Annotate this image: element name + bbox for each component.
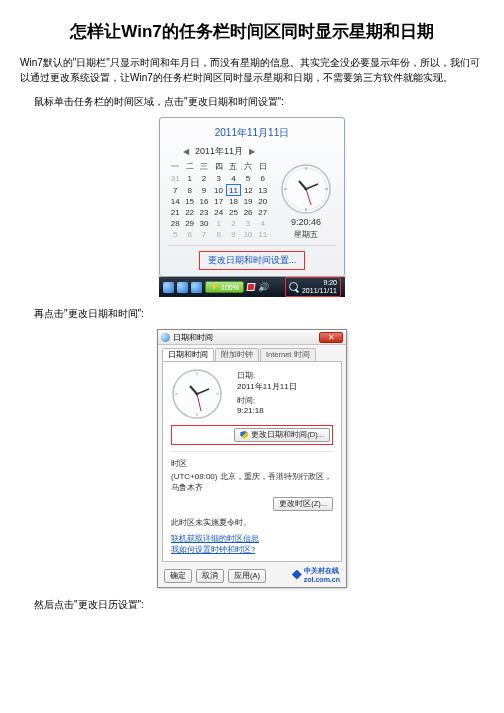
calendar-day-cell[interactable]: 3 [241, 218, 256, 229]
cancel-button[interactable]: 取消 [196, 569, 224, 583]
time-label: 时间: [237, 395, 333, 406]
calendar-day-cell[interactable]: 18 [226, 196, 240, 208]
time-value: 9:21:18 [237, 406, 333, 415]
calendar-day-cell[interactable]: 13 [256, 185, 270, 196]
analog-clock-icon [280, 163, 332, 215]
calendar-day-cell[interactable]: 10 [211, 185, 226, 196]
calendar-day-cell[interactable]: 15 [182, 196, 196, 208]
tray-app-icon[interactable] [163, 282, 174, 293]
calendar-day-cell[interactable]: 19 [241, 196, 256, 208]
dialog-title-label: 日期和时间 [173, 332, 213, 343]
timezone-value: (UTC+08:00) 北京，重庆，香港特别行政区，乌鲁木齐 [171, 471, 333, 493]
dst-note: 此时区未实施夏令时。 [171, 517, 333, 528]
svg-point-9 [305, 188, 308, 191]
calendar-day-cell[interactable]: 1 [211, 218, 226, 229]
close-icon: ✕ [328, 333, 335, 342]
ok-button[interactable]: 确定 [164, 569, 192, 583]
date-label: 日期: [237, 370, 333, 381]
taskbar: ⚡ 100% 🔊 9:20 2011/11/11 [159, 277, 345, 297]
dialog-icon [161, 333, 170, 342]
calendar-day-cell[interactable]: 6 [182, 229, 196, 240]
timezone-heading: 时区 [171, 458, 333, 469]
zol-url: zol.com.cn [304, 576, 340, 583]
magnifier-icon [289, 282, 300, 293]
calendar-day-cell[interactable]: 22 [182, 207, 196, 218]
calendar-day-cell[interactable]: 27 [256, 207, 270, 218]
calendar-day-cell[interactable]: 9 [226, 229, 240, 240]
ime-flag-icon[interactable] [246, 283, 255, 291]
volume-icon[interactable]: 🔊 [258, 282, 269, 292]
change-timezone-button[interactable]: 更改时区(Z)... [273, 497, 333, 511]
calendar-day-cell[interactable]: 26 [241, 207, 256, 218]
calendar-day-cell[interactable]: 4 [256, 218, 270, 229]
calendar-day-cell[interactable]: 28 [168, 218, 182, 229]
calendar-day-cell[interactable]: 5 [241, 173, 256, 185]
apply-button[interactable]: 应用(A) [228, 569, 266, 583]
calendar-day-cell[interactable]: 11 [256, 229, 270, 240]
calendar-day-cell[interactable]: 2 [197, 173, 211, 185]
calendar-day-cell[interactable]: 14 [168, 196, 182, 208]
change-date-time-button[interactable]: 更改日期和时间(D)... [234, 428, 330, 442]
calendar-day-cell[interactable]: 9 [197, 185, 211, 196]
calendar-day-cell[interactable]: 7 [168, 185, 182, 196]
tab-internet-time[interactable]: Internet 时间 [260, 348, 316, 361]
calendar-day-cell[interactable]: 1 [182, 173, 196, 185]
calendar-day-cell[interactable]: 6 [256, 173, 270, 185]
calendar-row: 14151617181920 [168, 196, 270, 208]
calendar-day-cell[interactable]: 2 [226, 218, 240, 229]
tray-app-icon[interactable] [177, 282, 188, 293]
calendar-day-cell[interactable]: 17 [211, 196, 226, 208]
calendar-day-cell[interactable]: 3 [211, 173, 226, 185]
calendar-day-cell[interactable]: 10 [241, 229, 256, 240]
tab-additional-clocks[interactable]: 附加时钟 [215, 348, 259, 361]
taskbar-date-label: 2011/11/11 [302, 287, 337, 294]
calendar-row: 21222324252627 [168, 207, 270, 218]
change-date-time-settings-link[interactable]: 更改日期和时间设置... [199, 251, 306, 270]
calendar-day-cell[interactable]: 29 [182, 218, 196, 229]
step1-text: 鼠标单击任务栏的时间区域，点击"更改日期和时间设置": [34, 95, 484, 109]
prev-month-icon[interactable]: ◀ [183, 147, 189, 156]
howto-set-clock-link[interactable]: 我如何设置时钟和时区? [171, 545, 333, 556]
tray-app-icon[interactable] [191, 282, 202, 293]
step2-text: 再点击"更改日期和时间": [34, 307, 484, 321]
calendar-day-cell[interactable]: 4 [226, 173, 240, 185]
calendar-grid: ◀ 2011年11月 ▶ 一二三四五六日 3112345678910111213… [168, 145, 270, 240]
battery-percent-label: 100% [221, 284, 239, 291]
calendar-day-cell[interactable]: 24 [211, 207, 226, 218]
calendar-day-cell[interactable]: 7 [197, 229, 211, 240]
calendar-day-cell[interactable]: 8 [182, 185, 196, 196]
calendar-day-cell[interactable]: 11 [226, 185, 240, 196]
calendar-row: 31123456 [168, 173, 270, 185]
calendar-day-cell[interactable]: 23 [197, 207, 211, 218]
calendar-row: 567891011 [168, 229, 270, 240]
calendar-day-cell[interactable]: 31 [168, 173, 182, 185]
calendar-day-cell[interactable]: 16 [197, 196, 211, 208]
next-month-icon[interactable]: ▶ [249, 147, 255, 156]
zol-name: 中关村在线 [304, 567, 339, 574]
plug-icon: ⚡ [210, 283, 219, 291]
calendar-month-label[interactable]: 2011年11月 [195, 145, 243, 158]
figure-1: 2011年11月11日 ◀ 2011年11月 ▶ 一二三四五六日 3112345… [20, 117, 484, 297]
dialog-tabstrip: 日期和时间 附加时钟 Internet 时间 [158, 345, 346, 361]
calendar-row: 2829301234 [168, 218, 270, 229]
calendar-day-cell[interactable]: 25 [226, 207, 240, 218]
step3-text: 然后点击"更改日历设置": [34, 598, 484, 612]
date-value: 2011年11月11日 [237, 381, 333, 392]
battery-indicator[interactable]: ⚡ 100% [205, 281, 244, 293]
figure-2: 日期和时间 ✕ 日期和时间 附加时钟 Internet 时间 [20, 329, 484, 588]
calendar-day-cell[interactable]: 21 [168, 207, 182, 218]
calendar-day-cell[interactable]: 30 [197, 218, 211, 229]
calendar-day-cell[interactable]: 20 [256, 196, 270, 208]
date-time-dialog: 日期和时间 ✕ 日期和时间 附加时钟 Internet 时间 [157, 329, 347, 588]
online-tz-info-link[interactable]: 联机获取详细的时区信息 [171, 534, 333, 545]
zol-watermark: 中关村在线 zol.com.cn [292, 566, 340, 583]
calendar-day-cell[interactable]: 5 [168, 229, 182, 240]
close-button[interactable]: ✕ [319, 332, 343, 343]
calendar-today-label: 2011年11月11日 [168, 124, 336, 145]
calendar-day-cell[interactable]: 8 [211, 229, 226, 240]
calendar-day-cell[interactable]: 12 [241, 185, 256, 196]
calendar-row: 78910111213 [168, 185, 270, 196]
divider [171, 451, 333, 452]
taskbar-clock-highlight[interactable]: 9:20 2011/11/11 [285, 277, 341, 296]
tab-datetime[interactable]: 日期和时间 [162, 348, 214, 361]
